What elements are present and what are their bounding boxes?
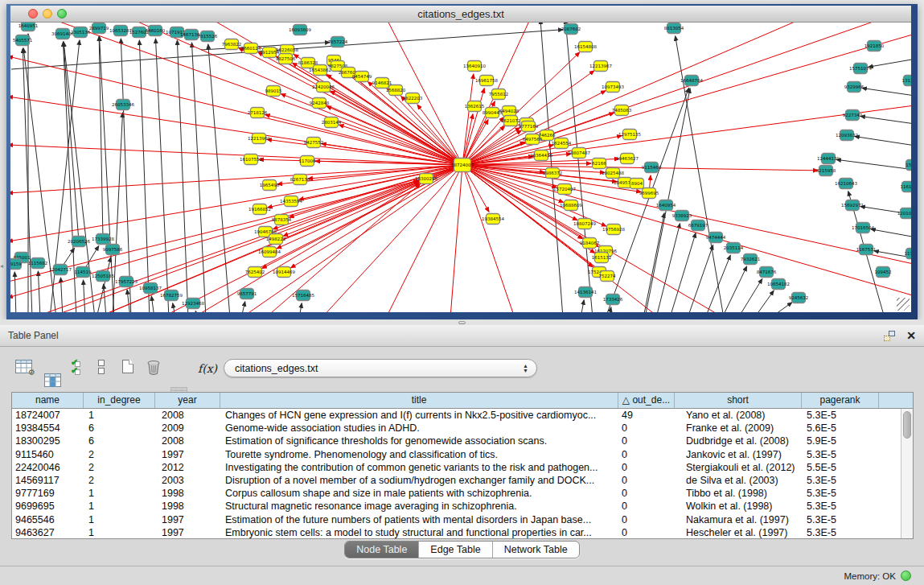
table-cell[interactable]: 0 (618, 526, 675, 538)
table-row[interactable]: 2242004622012Investigating the contribut… (12, 461, 901, 474)
table-cell[interactable]: Changes of HCN gene expression and I(f) … (220, 409, 618, 422)
function-builder-button[interactable]: f(x) (198, 362, 217, 375)
table-row[interactable]: 1456911722003Disruption of a novel membe… (12, 474, 901, 487)
splitter-knob-icon[interactable] (458, 321, 466, 324)
zoom-traffic-light-icon[interactable] (57, 9, 67, 19)
column-header-year[interactable]: year (155, 393, 220, 408)
table-cell[interactable]: 0 (618, 435, 675, 447)
table-cell[interactable]: 5.3E-5 (802, 474, 879, 487)
table-row[interactable]: 1938455462009Genome-wide association stu… (12, 422, 901, 435)
table-header-row[interactable]: namein_degreeyeartitle△ out_de...shortpa… (12, 393, 913, 409)
table-cell[interactable]: 5.6E-5 (802, 422, 879, 435)
table-cell[interactable]: Tibbo et al. (1998) (675, 487, 802, 500)
table-cell[interactable]: Wolkin et al. (1998) (675, 500, 802, 513)
table-cell[interactable]: 1 (84, 526, 155, 538)
table-cell[interactable]: Dudbridge et al. (2008) (675, 435, 802, 447)
table-cell[interactable]: 9777169 (12, 487, 84, 500)
table-cell[interactable]: Corpus callosum shape and size in male p… (220, 487, 618, 500)
column-header-short[interactable]: short (675, 393, 802, 408)
window-titlebar[interactable]: citations_edges.txt (10, 6, 911, 23)
table-cell[interactable]: 2003 (155, 474, 220, 487)
table-cell[interactable]: 2008 (155, 435, 220, 447)
table-cell[interactable]: Nakamura et al. (1997) (675, 513, 802, 526)
show-column-button[interactable] (44, 373, 61, 387)
table-row[interactable]: 1872400712008Changes of HCN gene express… (12, 409, 901, 422)
table-cell[interactable]: 5.3E-5 (802, 500, 879, 513)
table-mode-button[interactable]: ⚙ (15, 360, 32, 373)
table-cell[interactable]: Franke et al. (2009) (675, 422, 802, 435)
table-cell[interactable]: Yano et al. (2008) (675, 409, 802, 422)
table-cell[interactable]: 1997 (155, 448, 220, 461)
table-cell[interactable]: 6 (84, 422, 155, 435)
table-cell[interactable]: Investigating the contribution of common… (220, 461, 618, 474)
table-cell[interactable]: Estimation of the future numbers of pati… (220, 513, 618, 526)
network-canvas[interactable]: 1872400718300295796382286601248912954182… (10, 23, 911, 312)
table-cell[interactable]: 9699695 (12, 500, 84, 513)
table-cell[interactable]: Hescheler et al. (1997) (675, 526, 802, 538)
table-cell[interactable]: 5.3E-5 (802, 513, 879, 526)
table-cell[interactable]: 0 (618, 487, 675, 500)
vertical-scrollbar[interactable] (901, 409, 913, 538)
table-cell[interactable]: 5.3E-5 (802, 526, 879, 538)
table-cell[interactable]: 0 (618, 474, 675, 487)
table-cell[interactable]: 0 (618, 461, 675, 474)
table-cell[interactable]: 9465546 (12, 513, 84, 526)
table-cell[interactable]: 9115460 (12, 448, 84, 461)
table-cell[interactable]: Genome-wide association studies in ADHD. (220, 422, 618, 435)
table-cell[interactable]: 0 (618, 513, 675, 526)
table-cell[interactable]: 9463627 (12, 526, 84, 538)
table-row[interactable]: 946362711997Embryonic stem cells: a mode… (12, 526, 901, 538)
table-row[interactable]: 977716911998Corpus callosum shape and si… (12, 487, 901, 500)
table-select-dropdown[interactable]: citations_edges.txt ▲▼ (224, 359, 537, 377)
resize-grip-icon[interactable] (897, 298, 910, 311)
table-cell[interactable]: 1 (84, 500, 155, 513)
table-cell[interactable]: 2009 (155, 422, 220, 435)
table-cell[interactable]: 14569117 (12, 474, 84, 487)
minimize-traffic-light-icon[interactable] (43, 9, 52, 19)
table-cell[interactable]: 0 (618, 448, 675, 461)
deselect-rows-button[interactable] (98, 360, 105, 376)
table-row[interactable]: 969969511998Structural magnetic resonanc… (12, 500, 901, 513)
table-cell[interactable]: 1 (84, 513, 155, 526)
table-cell[interactable]: Structural magnetic resonance image aver… (220, 500, 618, 513)
table-cell[interactable]: 22420046 (12, 461, 84, 474)
table-row[interactable]: 946554611997Estimation of the future num… (12, 513, 901, 526)
table-cell[interactable]: 2008 (155, 409, 220, 422)
table-cell[interactable]: 0 (618, 422, 675, 435)
column-header-in_degree[interactable]: in_degree (84, 393, 155, 408)
table-cell[interactable]: 1998 (155, 487, 220, 500)
table-cell[interactable]: Disruption of a novel member of a sodium… (220, 474, 618, 487)
tab-network-table[interactable]: Network Table (493, 542, 579, 558)
close-traffic-light-icon[interactable] (28, 9, 38, 19)
float-window-icon[interactable] (884, 331, 895, 341)
table-cell[interactable]: Estimation of significance thresholds fo… (220, 435, 618, 447)
table-cell[interactable]: 2012 (155, 461, 220, 474)
tab-edge-table[interactable]: Edge Table (419, 542, 492, 558)
column-header-name[interactable]: name (12, 393, 84, 408)
horizontal-splitter[interactable] (0, 319, 924, 325)
collapse-panel-arrow-icon[interactable]: ◂ (0, 262, 3, 270)
delete-column-button[interactable] (146, 360, 161, 378)
table-cell[interactable]: 5.3E-5 (802, 409, 879, 422)
table-cell[interactable]: 2 (84, 461, 155, 474)
table-cell[interactable]: 1997 (155, 526, 220, 538)
table-cell[interactable]: 5.5E-5 (802, 461, 879, 474)
column-header-out_de[interactable]: △ out_de... (618, 393, 675, 408)
table-cell[interactable]: 1 (84, 409, 155, 422)
table-cell[interactable]: Tourette syndrome. Phenomenology and cla… (220, 448, 618, 461)
column-header-pagerank[interactable]: pagerank (802, 393, 879, 408)
close-panel-icon[interactable]: ✕ (906, 330, 916, 341)
table-cell[interactable]: de Silva et al. (2003) (675, 474, 802, 487)
table-cell[interactable]: 19384554 (12, 422, 84, 435)
table-body[interactable]: 1872400712008Changes of HCN gene express… (12, 409, 901, 538)
column-header-title[interactable]: title (220, 393, 618, 408)
table-cell[interactable]: 2 (84, 474, 155, 487)
memory-ok-indicator[interactable] (901, 571, 911, 581)
table-cell[interactable]: 0 (618, 500, 675, 513)
table-cell[interactable]: 5.9E-5 (802, 435, 879, 447)
table-cell[interactable]: 49 (618, 409, 675, 422)
table-cell[interactable]: 18300295 (12, 435, 84, 447)
table-cell[interactable]: 1998 (155, 500, 220, 513)
table-cell[interactable]: 18724007 (12, 409, 84, 422)
new-column-button[interactable] (122, 360, 133, 373)
